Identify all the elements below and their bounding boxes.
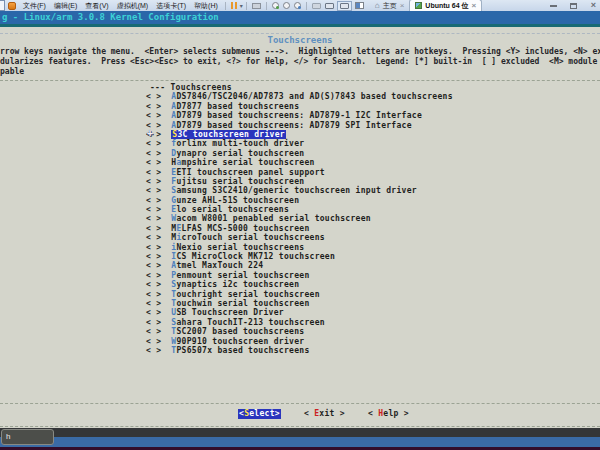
tab-close-icon[interactable]: × [472,1,477,10]
menuconfig-dialog: Touchscreens rrow keys navigate the menu… [0,27,600,428]
menu-item[interactable]: < >Synaptics i2c touchscreen [146,280,453,289]
menu-item[interactable]: < >Penmount serial touchscreen [146,271,453,280]
menu-item-label: Dynapro serial touchscreen [171,149,304,158]
printer-icon[interactable] [252,3,261,9]
menu-item-label: ADS7846/TSC2046/AD7873 and AD(S)7843 bas… [171,92,452,101]
tristate-box[interactable]: < > [146,92,161,101]
pause-icon[interactable] [231,2,237,9]
menu-item[interactable]: < >Wacom W8001 penabled serial touchscre… [146,214,453,223]
menu-item[interactable]: < >Touchright serial touchscreen [146,290,453,299]
menu-item[interactable]: < >Hampshire serial touchscreen [146,158,453,167]
tab-home[interactable]: ⌂主页× [370,0,410,11]
tristate-box[interactable]: < > [146,271,161,280]
menu-item-label: Samsung S3C2410/generic touchscreen inpu… [171,186,417,195]
minimize-button[interactable] [547,1,560,10]
tristate-box[interactable]: < > [146,261,161,270]
menu-item-label: Atmel MaxTouch 224 [171,261,263,270]
menu-1[interactable]: 编辑(E) [50,1,81,11]
tristate-box[interactable]: < > [146,299,161,308]
taskbar-window-button[interactable]: h [1,429,54,445]
tristate-box[interactable]: < > [146,346,161,355]
close-button[interactable]: × [587,1,600,10]
menu-item[interactable]: < >TPS6507x based touchscreens [146,346,453,355]
menu-item[interactable]: < >Samsung S3C2410/generic touchscreen i… [146,186,453,195]
menu-item[interactable]: < >ICS MicroClock MK712 touchscreen [146,252,453,261]
tristate-box[interactable]: < > [146,308,161,317]
menu-item[interactable]: < >AD7879 based touchscreens: AD7879 SPI… [146,121,453,130]
menu-item[interactable]: < >EETI touchscreen panel support [146,168,453,177]
tristate-box[interactable]: < > [146,252,161,261]
tristate-box[interactable]: < > [146,168,161,177]
tab-ubuntu[interactable]: Ubuntu 64 位× [409,0,482,11]
tristate-box[interactable]: < > [146,327,161,336]
list-bottom-border [0,403,600,404]
toolbar-divider [266,2,267,10]
menu-2[interactable]: 查看(V) [81,1,112,11]
tristate-box[interactable]: < > [146,318,161,327]
tristate-box[interactable]: < > [146,280,161,289]
menu-item[interactable]: < >Sahara TouchIT-213 touchscreen [146,318,453,327]
menu-item[interactable]: < >Gunze AHL-51S touchscreen [146,196,453,205]
clipped-window-icon [0,0,5,11]
menu-section-header: --- Touchscreens [146,83,453,92]
menu-item[interactable]: < >ADS7846/TSC2046/AD7873 and AD(S)7843 … [146,92,453,101]
tristate-box[interactable]: < > [146,158,161,167]
menu-item-label: USB Touchscreen Driver [171,308,284,317]
tristate-box[interactable]: < > [146,196,161,205]
vmware-icon [8,2,16,10]
tristate-box[interactable]: < > [146,186,161,195]
tristate-box[interactable]: < > [146,233,161,242]
fullscreen-icon[interactable] [337,1,352,11]
menu-item[interactable]: < >forlinx multi-touch driver [146,139,453,148]
tristate-box[interactable]: < > [146,337,161,346]
snapshot-take-icon[interactable] [272,2,279,9]
tab-label: 主页 [383,1,397,11]
tristate-box[interactable]: < > [146,205,161,214]
tristate-box[interactable]: < > [146,102,161,111]
menu-item[interactable]: < >MicroTouch serial touchscreens [146,233,453,242]
mouse-cursor: + [147,128,153,138]
help-button[interactable]: < Help > [368,409,409,419]
menu-item[interactable]: < >S3C touchscreen driver [146,130,453,139]
tristate-box[interactable]: < > [146,224,161,233]
exit-button[interactable]: < Exit > [304,409,345,419]
tristate-box[interactable]: < > [146,290,161,299]
menu-item[interactable]: < >AD7879 based touchscreens: AD7879-1 I… [146,111,453,120]
tristate-box[interactable]: < > [146,149,161,158]
menu-item[interactable]: < >TSC2007 based touchscreens [146,327,453,336]
console-view-icon[interactable] [312,3,321,9]
menu-item[interactable]: < >W90P910 touchscreen driver [146,337,453,346]
menu-item[interactable]: < >MELFAS MCS-5000 touchscreen [146,224,453,233]
vmware-toolbar: 文件(F)编辑(E)查看(V)虚拟机(M)选项卡(T)帮助(H) ▾ ⌂主页×U… [0,0,600,11]
menu-item[interactable]: < >Atmel MaxTouch 224 [146,261,453,270]
tristate-box[interactable]: < > [146,214,161,223]
menu-item[interactable]: < >Dynapro serial touchscreen [146,149,453,158]
menu-item[interactable]: < >AD7877 based touchscreens [146,102,453,111]
menu-item-label: Wacom W8001 penabled serial touchscreen [171,214,371,223]
tristate-box[interactable]: < > [146,111,161,120]
dialog-title: Touchscreens [261,35,338,45]
menu-item-label: W90P910 touchscreen driver [171,337,304,346]
unity-view-icon[interactable] [325,3,334,9]
menu-item[interactable]: < >Touchwin serial touchscreen [146,299,453,308]
snapshot-revert-icon[interactable] [283,2,290,9]
menu-item-label: iNexio serial touchscreens [171,243,304,252]
dialog-buttons: <Select>< Exit >< Help > [238,409,409,419]
menu-item[interactable]: < >USB Touchscreen Driver [146,308,453,317]
tab-close-icon[interactable]: × [400,1,405,10]
menu-3[interactable]: 虚拟机(M) [113,1,153,11]
tristate-box[interactable]: < > [146,243,161,252]
menu-4[interactable]: 选项卡(T) [152,1,190,11]
menu-item-label: Touchright serial touchscreen [171,290,319,299]
snapshot-manager-icon[interactable] [294,2,301,9]
restore-button[interactable] [567,1,580,10]
library-panel-icon[interactable] [355,2,364,9]
menu-5[interactable]: 帮助(H) [190,1,222,11]
menu-item[interactable]: < >iNexio serial touchscreens [146,243,453,252]
pause-dropdown-icon[interactable]: ▾ [240,2,243,9]
tristate-box[interactable]: < > [146,139,161,148]
tristate-box[interactable]: < > [146,177,161,186]
menu-0[interactable]: 文件(F) [19,1,50,11]
select-button[interactable]: <Select> [238,409,281,419]
menu-item[interactable]: < >Fujitsu serial touchscreen [146,177,453,186]
